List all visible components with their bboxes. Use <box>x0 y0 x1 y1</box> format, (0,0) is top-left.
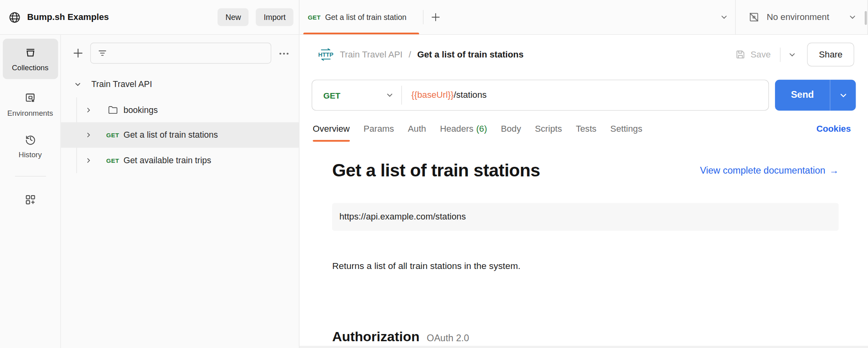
method-badge: GET <box>106 132 120 138</box>
authorization-type: OAuth 2.0 <box>427 333 469 344</box>
request-name: Get available train trips <box>123 156 211 166</box>
method-chevron-icon <box>386 91 393 99</box>
filter-icon <box>97 48 107 58</box>
arrow-right-icon: → <box>829 165 839 176</box>
bottom-scroll-strip <box>299 346 868 348</box>
tree-item-folder[interactable]: bookings <box>61 99 299 121</box>
tree-item-request-selected[interactable]: GET Get a list of train stations <box>61 122 299 148</box>
method-dropdown[interactable]: GET <box>312 91 401 100</box>
tab-auth[interactable]: Auth <box>408 115 426 143</box>
save-options-chevron-icon[interactable] <box>789 51 796 58</box>
request-url-row: GET {{baseUrl}}/stations Send <box>312 80 856 111</box>
cookies-link[interactable]: Cookies <box>816 124 851 134</box>
history-icon <box>24 133 37 146</box>
folder-name: bookings <box>123 105 158 115</box>
sidebar-search-box[interactable] <box>90 43 271 64</box>
import-button[interactable]: Import <box>256 8 293 26</box>
tab-settings[interactable]: Settings <box>610 115 642 143</box>
send-button[interactable]: Send <box>775 80 830 111</box>
rail-item-history[interactable]: History <box>2 133 58 159</box>
breadcrumb-separator: / <box>408 49 412 59</box>
environment-chevron-icon <box>848 13 856 21</box>
workspace-title: Bump.sh Examples <box>27 12 109 22</box>
http-badge-icon: HTTP <box>317 48 334 61</box>
folder-icon <box>106 104 120 117</box>
request-panel: HTTP Train Travel API / Get a list of tr… <box>299 35 868 348</box>
environment-selector[interactable]: No environment <box>735 0 868 34</box>
headers-count-badge: (6) <box>476 124 487 134</box>
collections-sidebar: Train Travel API bookings GET <box>61 35 300 348</box>
tab-tests[interactable]: Tests <box>576 115 597 143</box>
sidebar-more-options-icon[interactable] <box>278 48 289 59</box>
new-tab-button[interactable] <box>431 12 441 22</box>
active-tab-underline <box>303 33 419 34</box>
tab-overview[interactable]: Overview <box>313 115 349 143</box>
rail-item-collections[interactable]: Collections <box>2 39 58 79</box>
tab-headers[interactable]: Headers (6) <box>440 115 487 143</box>
tab-params[interactable]: Params <box>363 115 394 143</box>
tree-item-request[interactable]: GET Get available train trips <box>61 148 299 173</box>
search-input[interactable] <box>112 49 271 57</box>
rail-item-label: Collections <box>12 63 49 72</box>
url-box: GET {{baseUrl}}/stations <box>312 80 769 111</box>
send-options-chevron-icon[interactable] <box>830 80 856 111</box>
add-panel-icon[interactable] <box>24 193 37 206</box>
authorization-section: Authorization OAuth 2.0 <box>332 329 469 345</box>
chevron-right-icon <box>85 157 92 164</box>
request-tab-title: Get a list of train station <box>325 13 406 22</box>
save-icon <box>735 49 745 59</box>
rail-divider <box>15 176 46 176</box>
overview-content: Get a list of train stations View comple… <box>332 143 839 348</box>
rail-item-label: History <box>18 150 42 159</box>
save-button[interactable]: Save <box>735 49 771 59</box>
tab-active-underline <box>313 140 349 142</box>
request-tab-active[interactable]: GET Get a list of train station <box>299 0 423 34</box>
request-tab-method: GET <box>308 14 321 21</box>
url-input[interactable]: {{baseUrl}}/stations <box>402 90 487 100</box>
rail-item-label: Environments <box>7 109 53 117</box>
svg-text:HTTP: HTTP <box>318 51 333 58</box>
tree-item-collection-root[interactable]: Train Travel API <box>61 73 299 95</box>
rail-item-environments[interactable]: Environments <box>2 91 58 117</box>
authorization-title: Authorization <box>332 329 420 345</box>
request-sub-tabs: Overview Params Auth Headers (6) Body Sc… <box>299 115 868 143</box>
left-icon-rail: Collections Environments Hi <box>0 35 61 348</box>
tab-divider <box>423 10 424 24</box>
top-bar: Bump.sh Examples New Import GET Get a li… <box>0 0 868 35</box>
overview-title-row: Get a list of train stations View comple… <box>332 160 839 181</box>
share-button[interactable]: Share <box>807 43 854 67</box>
workspace-actions: New Import <box>218 8 293 26</box>
send-button-group: Send <box>775 80 856 111</box>
breadcrumb-current: Get a list of train stations <box>417 49 523 59</box>
request-actions: Save Share <box>735 43 854 67</box>
breadcrumb-collection[interactable]: Train Travel API <box>340 49 402 59</box>
workspace-header: Bump.sh Examples New Import <box>0 0 299 34</box>
request-header-row: HTTP Train Travel API / Get a list of tr… <box>299 35 868 74</box>
endpoint-url-block: https://api.example.com/stations <box>332 203 839 231</box>
method-value: GET <box>323 91 341 100</box>
workspace-globe-icon <box>8 11 21 24</box>
scrollbar-thumb[interactable] <box>865 11 867 25</box>
environment-label: No environment <box>767 12 829 22</box>
add-collection-button[interactable] <box>73 47 84 59</box>
collection-name: Train Travel API <box>91 79 152 89</box>
no-environment-icon <box>748 11 760 24</box>
breadcrumb: HTTP Train Travel API / Get a list of tr… <box>317 48 523 61</box>
chevron-right-icon <box>85 107 92 114</box>
request-name: Get a list of train stations <box>123 130 218 140</box>
url-variable: {{baseUrl}} <box>411 90 454 100</box>
request-tab-strip: GET Get a list of train station <box>299 0 735 34</box>
new-button[interactable]: New <box>218 8 249 26</box>
endpoint-description: Returns a list of all train stations in … <box>332 261 521 271</box>
chevron-right-icon <box>85 132 92 138</box>
tab-list-chevron-icon[interactable] <box>720 13 728 21</box>
header-divider <box>780 47 781 62</box>
collections-icon <box>24 46 37 59</box>
tab-scripts[interactable]: Scripts <box>535 115 562 143</box>
url-path: /stations <box>454 90 487 100</box>
tab-body[interactable]: Body <box>501 115 521 143</box>
method-badge: GET <box>106 157 120 164</box>
environments-icon <box>24 91 37 105</box>
chevron-down-icon <box>74 81 81 88</box>
view-documentation-link[interactable]: View complete documentation → <box>700 165 838 176</box>
